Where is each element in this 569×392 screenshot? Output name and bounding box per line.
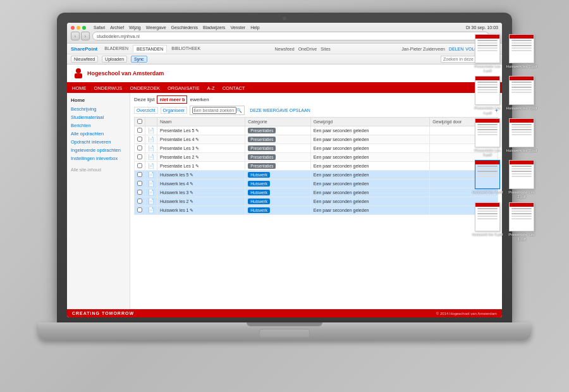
sidebar-beschrijving[interactable]: Beschrijving [67,105,130,113]
tab-bladeren[interactable]: BLADEREN [101,45,132,52]
sidebar-alle-opdrachten[interactable]: Alle opdrachten [67,130,130,138]
sidebar-instellingen-inleverbox[interactable]: Instellingen inleverbox [67,154,130,162]
tab-bibliotheek[interactable]: BIBLIOTHEEK [168,45,204,52]
sharepoint-bar: SharePoint BLADEREN BESTANDEN BIBLIOTHEE… [67,44,502,54]
row-check[interactable] [135,180,145,188]
row-check[interactable] [135,153,145,162]
row-category: Presentaties [245,135,311,144]
hva-site: Hogeschool van Amsterdam HOME ONDERWIJS … [67,64,502,317]
list-controls: Overzicht Organiseer 🔍 DEZE WEERGAVE OPS… [134,106,498,115]
table-row[interactable]: 📄 Presentatie Les 3 ✎ Presentaties Een p… [135,144,498,153]
row-name[interactable]: Huiswerk les 4 ✎ [157,180,245,188]
desktop-file-icon[interactable]: Huiswerk les 1.pdf [506,34,537,73]
table-row[interactable]: 📄 Huiswerk les 5 ✎ Huiswerk Een paar sec… [135,171,498,180]
row-check[interactable] [135,197,145,206]
row-name[interactable]: Presentatie Les 2 ✎ [157,153,245,162]
uploaden-button[interactable]: Uploaden [102,56,127,63]
table-row[interactable]: 📄 Presentatie Les 2 ✎ Presentaties Een p… [135,153,498,162]
sidebar-home[interactable]: Home [67,95,130,105]
weergave-opslaan-button[interactable]: DEZE WEERGAVE OPSLAAN [250,108,310,113]
onedrive-link[interactable]: OneDrive [298,47,317,51]
nieuw-button[interactable]: Nieuwfeed [71,56,98,63]
desktop-file-icon[interactable]: Presentatie Les 5.pdf [472,118,503,157]
row-name[interactable]: Huiswerk les 3 ✎ [157,188,245,197]
row-name[interactable]: Presentatie Les 3 ✎ [157,144,245,153]
file-search-box[interactable]: 🔍 [190,106,245,115]
minimize-dot[interactable] [76,26,80,30]
sync-ribbon-button[interactable]: Sync [131,56,147,63]
col-check [135,118,145,126]
menu-geschiedenis[interactable]: Geschiedenis [171,25,198,30]
nav-onderzoek[interactable]: ONDERZOEK [130,85,160,91]
row-name[interactable]: Presentatie Les 1 ✎ [157,162,245,171]
sites-link[interactable]: Sites [321,47,331,51]
desktop-file-icon[interactable]: Presentatie Les 4.pdf [472,76,503,115]
col-gewijzigd[interactable]: Gewijzigd [310,118,429,126]
desktop-file-icon[interactable]: Huiswerk les 5.pdf [472,202,503,242]
row-check[interactable] [135,188,145,197]
trackpad[interactable] [259,329,310,338]
row-icon: 📄 [145,171,157,180]
select-all-checkbox[interactable] [137,119,142,124]
tab-bestanden[interactable]: BESTANDEN [133,45,167,52]
menu-wijzig[interactable]: Wijzig [129,25,141,30]
sidebar-studiemateriaal[interactable]: Studiemateriaal [67,113,130,121]
sidebar-alle-site-inhoud[interactable]: Alle site-inhoud [67,165,130,175]
table-row[interactable]: 📄 Presentatie Les 5 ✎ Presentaties Een p… [135,126,498,135]
col-naam[interactable]: Naam [157,118,245,126]
overzicht-button[interactable]: Overzicht [134,107,158,114]
nav-organisatie[interactable]: ORGANISATIE [168,85,200,91]
table-row[interactable]: 📄 Huiswerk les 3 ✎ Huiswerk Een paar sec… [135,188,498,197]
desktop-file-icon[interactable]: Huiswerk les 2.pdf [506,76,537,115]
desktop-file-icon[interactable]: Presentatie Les 1.pdf [472,34,503,73]
row-name[interactable]: Huiswerk les 5 ✎ [157,171,245,180]
delen-button[interactable]: DELEN [449,47,463,51]
row-name[interactable]: Presentatie Les 4 ✎ [157,135,245,144]
newsfeed-link[interactable]: Newsfeed [275,47,295,51]
row-check[interactable] [135,135,145,144]
menu-bladwijzers[interactable]: Bladwijzers [203,25,225,30]
row-name[interactable]: Huiswerk les 2 ✎ [157,197,245,206]
organiseer-button[interactable]: Organiseer [161,107,188,114]
row-check[interactable] [135,162,145,171]
desktop-file-icon[interactable]: Huiswerk les 4.pdf [472,160,503,199]
table-row[interactable]: 📄 Huiswerk les 2 ✎ Huiswerk Een paar sec… [135,197,498,206]
menu-safari[interactable]: Safari [94,25,105,30]
row-check[interactable] [135,126,145,135]
forward-button[interactable]: › [81,32,90,40]
col-categorie[interactable]: Categorie [245,118,311,126]
nav-home[interactable]: HOME [72,85,87,91]
nav-onderwijs[interactable]: ONDERWIJS [94,85,123,91]
desktop-file-icon[interactable]: Presentatie Les 3.pdf [506,202,537,242]
table-row[interactable]: 📄 Huiswerk les 1 ✎ Huiswerk Een paar sec… [135,206,498,215]
row-check[interactable] [135,171,145,180]
address-bar[interactable]: studiodelen.mjnhva.nl [92,32,489,40]
sidebar-ingeleverde-opdrachten[interactable]: Ingeleverde opdrachten [67,146,130,154]
sidebar-opdracht-inleveren[interactable]: Opdracht inleveren [67,138,130,146]
menu-weergave[interactable]: Weergave [146,25,166,30]
menu-archief[interactable]: Archief [110,25,124,30]
file-search-icon[interactable]: 🔍 [236,108,242,113]
desktop-file-icon[interactable]: Presentatie Les 2.pdf [506,160,537,199]
back-button[interactable]: ‹ [71,32,80,40]
desktop-icon-row: Huiswerk les 5.pdf Presentatie Les 3.pdf [470,202,537,242]
row-check[interactable] [135,206,145,215]
icon-label: Presentatie Les 2.pdf [506,190,537,199]
nav-az[interactable]: A-Z [207,85,215,91]
sidebar-berichten[interactable]: Berichten [67,121,130,130]
laptop-screen: Safari Archief Wijzig Weergave Geschiede… [57,13,512,322]
row-check[interactable] [135,144,145,153]
close-dot[interactable] [71,26,75,30]
maximize-dot[interactable] [82,26,86,30]
menu-venster[interactable]: Venster [230,25,245,30]
row-name[interactable]: Presentatie Les 5 ✎ [157,126,245,135]
hva-logo-text: Hogeschool van Amsterdam [87,70,164,77]
table-row[interactable]: 📄 Presentatie Les 1 ✎ Presentaties Een p… [135,162,498,171]
menu-help[interactable]: Help [250,25,259,30]
row-name[interactable]: Huiswerk les 1 ✎ [157,206,245,215]
table-row[interactable]: 📄 Presentatie Les 4 ✎ Presentaties Een p… [135,135,498,144]
table-row[interactable]: 📄 Huiswerk les 4 ✎ Huiswerk Een paar sec… [135,180,498,188]
desktop-file-icon[interactable]: Huiswerk les 3.pdf [506,118,537,157]
file-search-input[interactable] [192,107,236,114]
nav-contact[interactable]: CONTACT [223,85,245,91]
